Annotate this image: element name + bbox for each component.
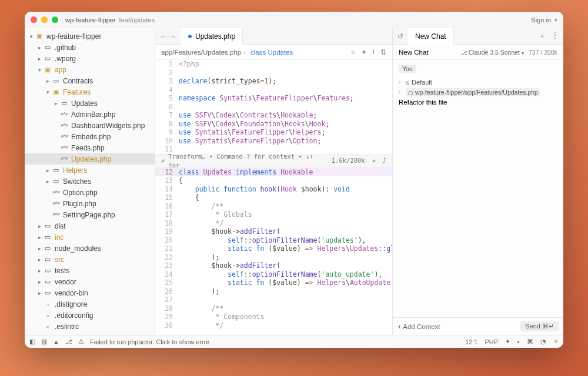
folder-icon: ▭ (44, 244, 52, 252)
tree-item-label: src (55, 256, 64, 264)
file-tree[interactable]: ▾ ▣ wp-feature-flipper ▸▭.github▸▭.wporg… (25, 28, 155, 335)
tree-item[interactable]: ▸▭dist (25, 220, 155, 231)
tree-item[interactable]: ▸▭Contracts (25, 75, 155, 86)
tree-item[interactable]: ᵖʰᵖOption.php (25, 187, 155, 198)
editor-tabs: ← → Updates.php (155, 28, 392, 45)
chat-prompt[interactable]: Refactor this file (399, 99, 557, 106)
tree-item-label: .github (55, 43, 76, 52)
chat-body[interactable]: You › ⎋ Default › ▢ wp-feature-flipper/a… (393, 60, 563, 317)
new-chat-icon[interactable]: ＋ (539, 31, 546, 41)
tree-item[interactable]: ᵖʰᵖSettingPage.php (25, 209, 155, 220)
copilot-icon[interactable]: ✦ (505, 338, 510, 345)
tree-item[interactable]: ▸▭tests (25, 265, 155, 276)
folder-icon: ▭ (44, 55, 52, 62)
branch-icon[interactable]: ⎇ (65, 338, 72, 345)
chevron-right-icon: ▸ (36, 234, 42, 240)
tree-item[interactable]: ▸▭node_modules (25, 243, 155, 254)
diagnostics-icon[interactable]: ◔ (540, 338, 546, 345)
dirty-indicator-icon (188, 35, 192, 38)
tree-item[interactable]: ▫.distignore (25, 298, 155, 310)
tree-item-label: Features (63, 88, 91, 96)
editor-body[interactable]: 1<?php 2 3declare(strict_types=1); 4 5na… (155, 60, 392, 335)
close-icon[interactable]: ✕ (372, 156, 376, 165)
sign-in-link[interactable]: Sign in (531, 16, 551, 24)
chat-icon[interactable]: ⌘ (527, 338, 533, 345)
folder-icon: ▭ (52, 166, 60, 174)
breadcrumb-path[interactable]: app/Features/Updates.php (161, 49, 241, 56)
tree-item-label: AdminBar.php (71, 110, 115, 119)
chevron-down-icon[interactable]: ▾ (554, 17, 557, 23)
user-icon[interactable]: ▲ (53, 338, 59, 345)
php-icon: ᵖʰᵖ (52, 190, 60, 196)
search-icon[interactable]: ⌕ (351, 48, 355, 56)
php-icon: ᵖʰᵖ (60, 156, 68, 162)
tree-item[interactable]: ᵖʰᵖFeeds.php (25, 142, 155, 153)
chat-you-label: You (399, 65, 416, 73)
filter-icon[interactable]: ⇅ (380, 48, 386, 56)
folder-open-icon: ▣ (44, 66, 52, 73)
cursor-position[interactable]: 12:1 (465, 338, 477, 345)
tree-root-label: wp-feature-flipper (46, 32, 101, 41)
tree-item-label: .eslintrc (55, 323, 79, 331)
minimize-window-icon[interactable] (41, 16, 48, 23)
tree-item-label: SettingPage.php (63, 211, 115, 219)
history-icon[interactable]: ↺ (393, 32, 408, 41)
inline-tokens: 1.6k/200k (332, 156, 365, 165)
send-button[interactable]: Send ⌘↵ (520, 321, 559, 331)
tree-item[interactable]: ᵖʰᵖUpdates.php (25, 153, 155, 164)
tab-updates-php[interactable]: Updates.php (181, 28, 243, 45)
tree-item[interactable]: ᵖʰᵖEmbeds.php (25, 131, 155, 142)
kebab-menu-icon[interactable]: ⋮ (552, 31, 559, 41)
folder-icon: ▭ (44, 222, 52, 230)
nav-forward-icon[interactable]: → (169, 32, 176, 41)
context-file-label: wp-feature-flipper/app/Features/Updates.… (415, 89, 538, 96)
tree-item[interactable]: ▸▭vendor-bin (25, 287, 155, 298)
branch-name: feat/updates (119, 16, 155, 24)
tree-item[interactable]: ▸▭vendor (25, 276, 155, 287)
panel-toggle-icon[interactable]: ◧ (29, 338, 35, 345)
tree-item-label: Plugin.php (63, 200, 96, 208)
nav-back-icon[interactable]: ← (160, 32, 167, 41)
tree-root[interactable]: ▾ ▣ wp-feature-flipper (25, 31, 155, 42)
tree-item-label: Embeds.php (71, 133, 111, 141)
tree-item[interactable]: ▾▣app (25, 64, 155, 75)
tree-item[interactable]: ▸▭Helpers (25, 164, 155, 176)
tree-item[interactable]: ᵖʰᵖAdminBar.php (25, 109, 155, 120)
sparkle-icon[interactable]: ✦ (361, 48, 367, 56)
inline-hint: Transform… • Command-? for context • ↓↑ … (168, 152, 328, 169)
tree-item-label: Option.php (63, 189, 98, 197)
tree-item[interactable]: ▫.editorconfig (25, 310, 155, 321)
tree-item[interactable]: ▾▣Features (25, 86, 155, 98)
tree-item[interactable]: ▸▭.github (25, 42, 155, 53)
tree-item[interactable]: ▸▭src (25, 254, 155, 265)
maximize-window-icon[interactable] (52, 16, 58, 23)
tree-item[interactable]: ᵖʰᵖDashboardWidgets.php (25, 120, 155, 131)
status-error[interactable]: Failed to run phpactor. Click to show er… (90, 338, 211, 345)
tree-item[interactable]: ▸▭Updates (25, 98, 155, 109)
titlebar: wp-feature-flipper feat/updates Sign in … (25, 12, 563, 28)
tree-item[interactable]: ▸▭inc (25, 231, 155, 243)
text-cursor-icon[interactable]: I (373, 48, 375, 56)
project-name: wp-feature-flipper (65, 16, 116, 24)
folder-open-icon: ▣ (52, 88, 60, 96)
chevron-right-icon: ▸ (45, 78, 51, 84)
model-selector[interactable]: ⎇ Claude 3.5 Sonnet ▾ (461, 49, 524, 56)
layout-icon[interactable]: ▥ (41, 338, 47, 345)
bell-icon[interactable]: ✧ (553, 338, 559, 345)
context-file-row[interactable]: › ▢ wp-feature-flipper/app/Features/Upda… (399, 88, 557, 96)
mode-selector[interactable]: › ⎋ Default (399, 79, 557, 86)
inline-assist-bar[interactable]: ⇄ Transform… • Command-? for context • ↓… (155, 154, 392, 168)
close-window-icon[interactable] (31, 16, 37, 23)
folder-icon: ▭ (44, 289, 52, 297)
send-up-icon[interactable]: ⤴ (383, 156, 386, 165)
tree-item[interactable]: ▫.eslintrc (25, 321, 155, 332)
language-mode[interactable]: PHP (485, 338, 498, 345)
terminal-icon[interactable]: ▪ (517, 338, 520, 345)
chevron-right-icon: ▸ (53, 100, 59, 106)
tree-item[interactable]: ▸▭.wporg (25, 53, 155, 64)
add-context-button[interactable]: + Add Context (397, 323, 440, 330)
breadcrumb-class[interactable]: class Updates (250, 49, 293, 56)
tree-item[interactable]: ▸▭Switches (25, 176, 155, 187)
tree-item[interactable]: ᵖʰᵖPlugin.php (25, 198, 155, 209)
chat-tab[interactable]: New Chat (408, 28, 454, 45)
